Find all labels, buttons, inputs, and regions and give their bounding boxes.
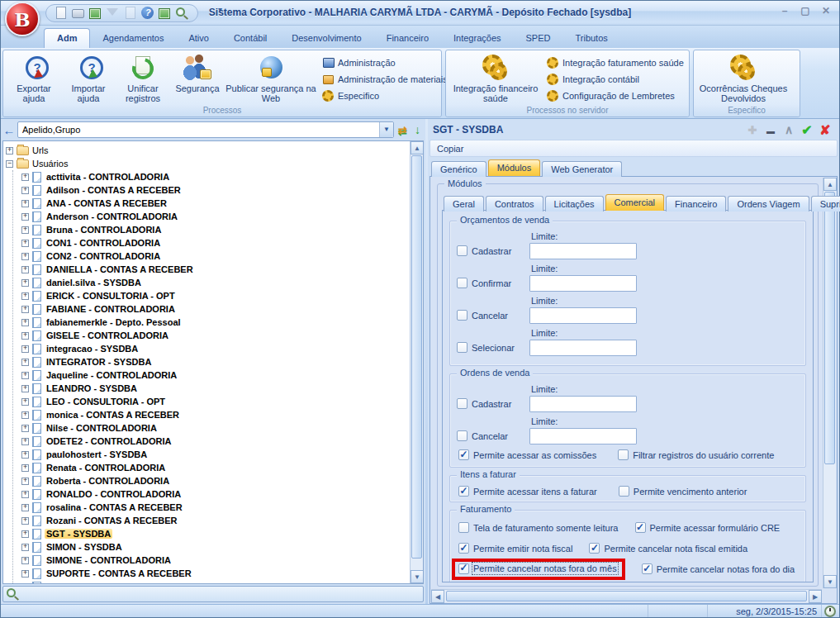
ribbon-tab[interactable]: Tributos bbox=[562, 29, 619, 48]
expand-icon[interactable] bbox=[21, 557, 29, 564]
ribbon-tab[interactable]: Ativo bbox=[176, 29, 221, 48]
tree-user-item[interactable]: SYSDBA - SYSDBA bbox=[21, 580, 408, 584]
limit-input[interactable] bbox=[529, 275, 637, 292]
expand-icon[interactable] bbox=[21, 570, 29, 578]
tree-user-item[interactable]: monica - CONTAS A RECEBER bbox=[21, 408, 408, 421]
tree-user-item[interactable]: fabianemerkle - Depto. Pessoal bbox=[21, 316, 408, 329]
expand-icon[interactable] bbox=[21, 292, 29, 300]
maximize-button[interactable] bbox=[799, 5, 812, 18]
ribbon-small-button[interactable]: Administração bbox=[322, 55, 448, 69]
tree-user-item[interactable]: Renata - CONTROLADORIA bbox=[21, 461, 408, 474]
ribbon-big-button[interactable]: Publicar segurança na Web bbox=[225, 53, 317, 103]
scroll-up-icon[interactable] bbox=[823, 178, 837, 191]
permission-checkbox[interactable] bbox=[458, 449, 469, 460]
ribbon-tab[interactable]: Integrações bbox=[441, 29, 513, 48]
ribbon-big-button[interactable]: Unificar registros bbox=[116, 53, 170, 103]
sort-filter-input[interactable] bbox=[18, 123, 379, 136]
add-record-icon[interactable] bbox=[743, 123, 762, 136]
scroll-down-arrow-icon[interactable] bbox=[411, 123, 424, 136]
permission-checkbox[interactable] bbox=[619, 486, 629, 497]
tree-vertical-scrollbar[interactable] bbox=[410, 141, 423, 583]
expand-icon[interactable] bbox=[21, 464, 29, 472]
ribbon-small-button[interactable]: Administração de materiais bbox=[322, 72, 448, 86]
expand-icon[interactable] bbox=[21, 319, 29, 326]
expand-icon[interactable] bbox=[21, 359, 29, 366]
expand-icon[interactable] bbox=[21, 187, 29, 194]
ribbon-big-button[interactable]: Importar ajuda bbox=[61, 53, 116, 103]
tree-user-item[interactable]: CON1 - CONTROLADORIA bbox=[21, 236, 408, 250]
permission-checkbox[interactable] bbox=[457, 342, 467, 353]
scrollbar-thumb[interactable] bbox=[411, 155, 422, 559]
expand-icon[interactable] bbox=[21, 372, 29, 379]
tree-user-item[interactable]: paulohostert - SYSDBA bbox=[21, 448, 408, 461]
expand-icon[interactable] bbox=[21, 385, 29, 392]
expand-icon[interactable] bbox=[21, 200, 29, 207]
scrollbar-thumb[interactable] bbox=[446, 591, 807, 601]
ribbon-tab[interactable]: Adm bbox=[44, 28, 90, 48]
module-tab[interactable]: Financeiro bbox=[666, 196, 726, 212]
ribbon-big-button[interactable]: Integração financeiro saúde bbox=[449, 53, 542, 103]
expand-icon[interactable] bbox=[21, 411, 29, 419]
tree-user-item[interactable]: Adilson - CONTAS A RECEBER bbox=[21, 183, 408, 197]
tree-user-item[interactable]: daniel.silva - SYSDBA bbox=[21, 276, 408, 289]
permission-checkbox[interactable] bbox=[458, 563, 469, 574]
expand-icon[interactable] bbox=[21, 213, 29, 221]
close-button[interactable] bbox=[819, 5, 833, 18]
tree-user-item[interactable]: RONALDO - CONTROLADORIA bbox=[21, 487, 408, 501]
permission-checkbox[interactable] bbox=[589, 543, 600, 554]
record-tab[interactable]: Web Generator bbox=[542, 161, 622, 177]
expand-icon[interactable] bbox=[21, 226, 29, 234]
content-vertical-scrollbar[interactable] bbox=[823, 178, 836, 588]
permission-checkbox[interactable] bbox=[457, 430, 467, 441]
expand-icon[interactable] bbox=[6, 147, 13, 154]
expand-icon[interactable] bbox=[21, 517, 29, 525]
cancel-icon[interactable] bbox=[816, 122, 834, 138]
ribbon-small-button[interactable]: Especifico bbox=[322, 88, 448, 102]
module-tab[interactable]: Licitações bbox=[545, 196, 604, 212]
tree-user-item[interactable]: SGT - SYSDBA bbox=[21, 527, 408, 540]
collapse-icon[interactable] bbox=[6, 160, 13, 168]
tree-user-item[interactable]: Nilse - CONTROLADORIA bbox=[21, 421, 408, 435]
expand-icon[interactable] bbox=[21, 504, 29, 511]
tree-user-item[interactable]: SUPORTE - CONTAS A RECEBER bbox=[21, 567, 408, 580]
tree-user-item[interactable]: integracao - SYSDBA bbox=[21, 342, 408, 355]
expand-icon[interactable] bbox=[21, 451, 29, 459]
limit-input[interactable] bbox=[529, 243, 637, 259]
expand-icon[interactable] bbox=[21, 266, 29, 273]
tree-user-item[interactable]: Rozani - CONTAS A RECEBER bbox=[21, 514, 408, 527]
ribbon-small-button[interactable]: Integração contábil bbox=[547, 72, 684, 86]
ribbon-tab[interactable]: Financeiro bbox=[374, 29, 441, 48]
ribbon-tab[interactable]: Desenvolvimento bbox=[279, 29, 373, 48]
expand-icon[interactable] bbox=[21, 398, 29, 406]
scroll-down-icon[interactable] bbox=[823, 575, 837, 588]
expand-icon[interactable] bbox=[21, 583, 29, 585]
module-tab[interactable]: Contratos bbox=[486, 196, 543, 212]
expand-icon[interactable] bbox=[21, 332, 29, 340]
tree-user-item[interactable]: ODETE2 - CONTROLADORIA bbox=[21, 435, 408, 448]
tree-user-item[interactable]: GISELE - CONTROLADORIA bbox=[21, 329, 408, 342]
copy-menu-item[interactable]: Copiar bbox=[429, 140, 838, 157]
sort-filter-combo[interactable] bbox=[17, 121, 394, 138]
limit-input[interactable] bbox=[529, 340, 637, 356]
tree-user-item[interactable]: Roberta - CONTROLADORIA bbox=[21, 474, 408, 487]
tree-user-item[interactable]: acttivita - CONTROLADORIA bbox=[21, 170, 408, 183]
module-tab[interactable]: Comercial bbox=[605, 194, 665, 211]
scroll-down-icon[interactable] bbox=[411, 570, 424, 583]
tree-user-item[interactable]: ERICK - CONSULTORIA - OPT bbox=[21, 289, 408, 302]
ribbon-big-button[interactable]: Exportar ajuda bbox=[7, 53, 61, 103]
expand-icon[interactable] bbox=[21, 253, 29, 260]
expand-icon[interactable] bbox=[21, 478, 29, 485]
expand-icon[interactable] bbox=[21, 306, 29, 313]
tree-user-item[interactable]: SIMONE - CONTROLADORIA bbox=[21, 554, 408, 567]
app-logo-orb[interactable]: B bbox=[5, 2, 40, 36]
delete-record-icon[interactable] bbox=[762, 123, 780, 136]
minimize-button[interactable] bbox=[778, 5, 791, 18]
expand-icon[interactable] bbox=[21, 279, 29, 287]
expand-icon[interactable] bbox=[21, 438, 29, 445]
tree-user-item[interactable]: LEO - CONSULTORIA - OPT bbox=[21, 395, 408, 408]
permission-checkbox[interactable] bbox=[458, 486, 469, 497]
tree-user-item[interactable]: LEANDRO - SYSDBA bbox=[21, 382, 408, 395]
permission-checkbox[interactable] bbox=[618, 449, 629, 460]
limit-input[interactable] bbox=[529, 428, 637, 444]
tree-search-bar[interactable] bbox=[2, 586, 424, 602]
